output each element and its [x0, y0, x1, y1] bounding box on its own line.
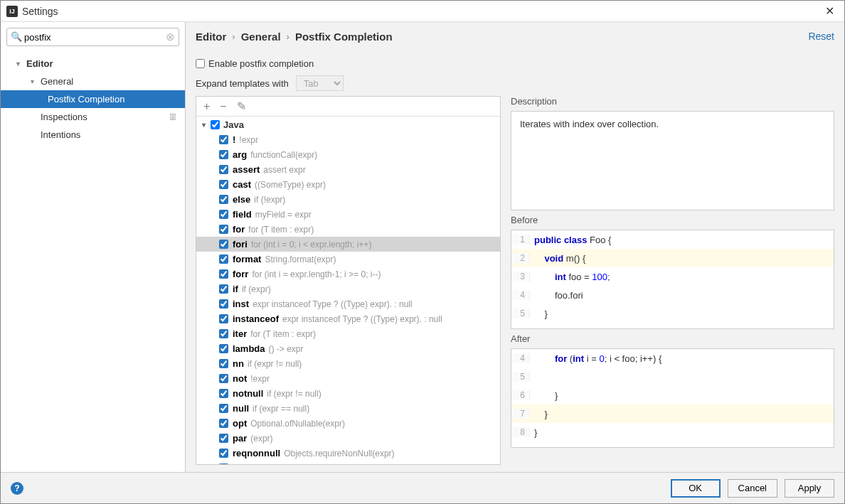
expand-label: Expand templates with [196, 78, 289, 89]
crumb-general[interactable]: General [241, 31, 281, 43]
after-label: After [511, 333, 834, 344]
description-text: Iterates with index over collection. [520, 119, 659, 129]
templates-toolbar: + − ✎ [196, 97, 500, 117]
template-item-null[interactable]: nullif (expr == null) [196, 401, 500, 416]
button-bar: ? OK Cancel Apply [1, 472, 844, 503]
template-checkbox[interactable] [219, 344, 228, 353]
content-panel: Editor › General › Postfix Completion Re… [186, 22, 844, 472]
nav-postfix-completion[interactable]: Postfix Completion [1, 90, 185, 108]
code-line: 1public class Foo { [511, 230, 834, 249]
group-java-checkbox[interactable] [211, 120, 220, 129]
code-line: 8} [511, 423, 834, 441]
template-checkbox[interactable] [219, 419, 228, 428]
template-item-if[interactable]: ifif (expr) [196, 282, 500, 296]
template-checkbox[interactable] [219, 449, 228, 458]
templates-list: ▾ Java !!exprargfunctionCall(expr)assert… [196, 117, 500, 464]
template-checkbox[interactable] [219, 165, 228, 174]
template-checkbox[interactable] [219, 329, 228, 338]
template-checkbox[interactable] [219, 269, 228, 279]
nav-editor[interactable]: ▾Editor [1, 55, 185, 73]
template-item-cast[interactable]: cast((SomeType) expr) [196, 177, 500, 192]
template-checkbox[interactable] [219, 195, 228, 204]
search-box: 🔍 ⊗ [6, 28, 179, 46]
template-item-field[interactable]: fieldmyField = expr [196, 207, 500, 222]
template-checkbox[interactable] [219, 359, 228, 368]
template-item-notnull[interactable]: notnullif (expr != null) [196, 386, 500, 401]
template-checkbox[interactable] [219, 434, 228, 443]
crumb-editor[interactable]: Editor [196, 31, 226, 43]
nav-inspections[interactable]: Inspections🗏 [1, 108, 185, 126]
search-input[interactable] [6, 28, 179, 46]
template-checkbox[interactable] [219, 254, 228, 264]
ok-button[interactable]: OK [671, 479, 721, 498]
template-checkbox[interactable] [219, 284, 228, 294]
code-line: 4 foo.fori [511, 286, 834, 304]
code-line: 5 } [511, 304, 834, 323]
code-line: 5 [511, 368, 834, 386]
template-checkbox[interactable] [219, 135, 228, 144]
template-checkbox[interactable] [219, 314, 228, 323]
apply-button[interactable]: Apply [785, 479, 834, 498]
template-checkbox[interactable] [219, 150, 228, 159]
nav-intentions[interactable]: Intentions [1, 126, 185, 144]
template-item-assert[interactable]: assertassert expr [196, 162, 500, 177]
chevron-down-icon: ▾ [31, 77, 41, 85]
template-item-par[interactable]: par(expr) [196, 431, 500, 446]
sidebar: 🔍 ⊗ ▾Editor ▾General Postfix Completion … [1, 22, 186, 472]
template-item-nn[interactable]: nnif (expr != null) [196, 356, 500, 371]
enable-postfix-checkbox[interactable] [196, 59, 205, 68]
template-item-instanceof[interactable]: instanceofexpr instanceof Type ? ((Type)… [196, 311, 500, 326]
clear-icon[interactable]: ⊗ [166, 31, 175, 43]
window-title: Settings [22, 6, 821, 17]
template-checkbox[interactable] [219, 240, 228, 249]
template-item-else[interactable]: elseif (!expr) [196, 192, 500, 207]
add-icon[interactable]: + [203, 101, 210, 112]
template-item-format[interactable]: formatString.format(expr) [196, 252, 500, 267]
remove-icon[interactable]: − [220, 101, 226, 112]
dialog-body: 🔍 ⊗ ▾Editor ▾General Postfix Completion … [1, 22, 844, 472]
enable-postfix-label: Enable postfix completion [208, 58, 314, 69]
code-line: 2 void m() { [511, 249, 834, 267]
cancel-button[interactable]: Cancel [728, 479, 777, 498]
reset-link[interactable]: Reset [808, 31, 834, 42]
template-checkbox[interactable] [219, 210, 228, 219]
options: Enable postfix completion Expand templat… [186, 50, 844, 96]
template-item-forr[interactable]: forrfor (int i = expr.length-1; i >= 0; … [196, 267, 500, 282]
group-java[interactable]: ▾ Java [196, 117, 500, 132]
template-item-![interactable]: !!expr [196, 132, 500, 147]
templates-panel: + − ✎ ▾ Java !!exprargfunctionCall(expr)… [196, 96, 501, 465]
titlebar: IJ Settings ✕ [1, 1, 844, 22]
template-item-opt[interactable]: optOptional.ofNullable(expr) [196, 416, 500, 431]
template-item-iter[interactable]: iterfor (T item : expr) [196, 326, 500, 341]
template-item-reqnonnull[interactable]: reqnonnullObjects.requireNonNull(expr) [196, 446, 500, 461]
template-item-inst[interactable]: instexpr instanceof Type ? ((Type) expr)… [196, 296, 500, 311]
crumb-postfix: Postfix Completion [295, 31, 393, 43]
scope-icon: 🗏 [169, 112, 178, 122]
template-checkbox[interactable] [219, 225, 228, 234]
template-checkbox[interactable] [219, 389, 228, 398]
template-checkbox[interactable] [219, 180, 228, 189]
template-item-lambda[interactable]: lambda() -> expr [196, 341, 500, 356]
template-checkbox[interactable] [219, 299, 228, 309]
breadcrumb: Editor › General › Postfix Completion Re… [186, 22, 844, 50]
chevron-down-icon: ▾ [16, 60, 26, 68]
description-box: Iterates with index over collection. [511, 111, 834, 210]
settings-dialog: IJ Settings ✕ 🔍 ⊗ ▾Editor ▾General Postf… [0, 0, 845, 504]
app-icon: IJ [6, 6, 18, 17]
template-item-fori[interactable]: forifor (int i = 0; i < expr.length; i++… [196, 237, 500, 252]
template-checkbox[interactable] [219, 463, 228, 464]
preview-panel: Description Iterates with index over col… [511, 96, 834, 465]
template-item-not[interactable]: not!expr [196, 371, 500, 386]
expand-select[interactable]: Tab [296, 75, 344, 91]
template-checkbox[interactable] [219, 374, 228, 383]
template-item-for[interactable]: forfor (T item : expr) [196, 222, 500, 237]
before-code: 1public class Foo {2 void m() {3 int foo… [511, 230, 834, 329]
code-line: 3 int foo = 100; [511, 267, 834, 286]
nav-general[interactable]: ▾General [1, 73, 185, 90]
template-item-return[interactable]: returnreturn expr [196, 461, 500, 464]
help-icon[interactable]: ? [11, 482, 23, 495]
close-icon[interactable]: ✕ [821, 4, 839, 18]
template-item-arg[interactable]: argfunctionCall(expr) [196, 147, 500, 162]
edit-icon[interactable]: ✎ [237, 101, 246, 112]
template-checkbox[interactable] [219, 404, 228, 413]
